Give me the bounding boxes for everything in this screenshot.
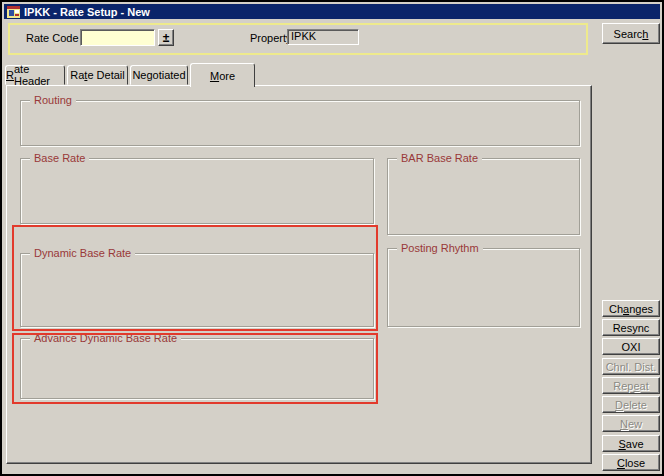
changes-button[interactable]: Changes bbox=[602, 300, 660, 317]
title-bar: IPKK - Rate Setup - New bbox=[4, 4, 660, 19]
window-title: IPKK - Rate Setup - New bbox=[24, 6, 150, 18]
tab-more[interactable]: More bbox=[190, 63, 255, 87]
close-button[interactable]: Close bbox=[602, 454, 660, 471]
advance-dynamic-base-rate-group-title: Advance Dynamic Base Rate bbox=[30, 332, 181, 345]
property-field: IPKK bbox=[287, 29, 359, 45]
chnl-dist-button: Chnl. Dist. bbox=[602, 358, 660, 375]
property-label: Property bbox=[250, 32, 292, 45]
rate-code-label: Rate Code bbox=[26, 32, 74, 45]
dynamic-base-rate-group: Dynamic Base Rate bbox=[20, 253, 374, 327]
delete-button: Delete bbox=[602, 396, 660, 413]
bar-base-rate-group-title: BAR Base Rate bbox=[397, 152, 482, 165]
routing-group-title: Routing bbox=[30, 94, 76, 107]
tab-rate-header[interactable]: Rate Header bbox=[5, 65, 65, 85]
routing-group: Routing bbox=[20, 100, 580, 146]
save-button[interactable]: Save bbox=[602, 435, 660, 452]
base-rate-group: Base Rate bbox=[20, 158, 374, 224]
resync-button[interactable]: Resync bbox=[602, 319, 660, 336]
rate-setup-window: IPKK - Rate Setup - New Rate Code ± Prop… bbox=[0, 0, 664, 476]
posting-rhythm-group: Posting Rhythm bbox=[387, 248, 580, 327]
rate-code-lov-button[interactable]: ± bbox=[158, 29, 174, 46]
search-button[interactable]: Search bbox=[602, 23, 660, 44]
lov-icon: ± bbox=[163, 33, 170, 43]
dynamic-base-rate-group-title: Dynamic Base Rate bbox=[30, 247, 135, 260]
base-rate-group-title: Base Rate bbox=[30, 152, 89, 165]
advance-dynamic-base-rate-group: Advance Dynamic Base Rate bbox=[20, 338, 374, 399]
rate-code-input[interactable] bbox=[80, 29, 155, 46]
repeat-button: Repeat bbox=[602, 377, 660, 394]
bar-base-rate-group: BAR Base Rate bbox=[387, 158, 580, 235]
new-button: New bbox=[602, 415, 660, 432]
posting-rhythm-group-title: Posting Rhythm bbox=[397, 242, 483, 255]
oxi-button[interactable]: OXI bbox=[602, 338, 660, 355]
tab-negotiated[interactable]: Negotiated bbox=[130, 65, 188, 85]
window-icon bbox=[7, 6, 20, 18]
tab-rate-detail[interactable]: Rate Detail bbox=[67, 65, 128, 85]
